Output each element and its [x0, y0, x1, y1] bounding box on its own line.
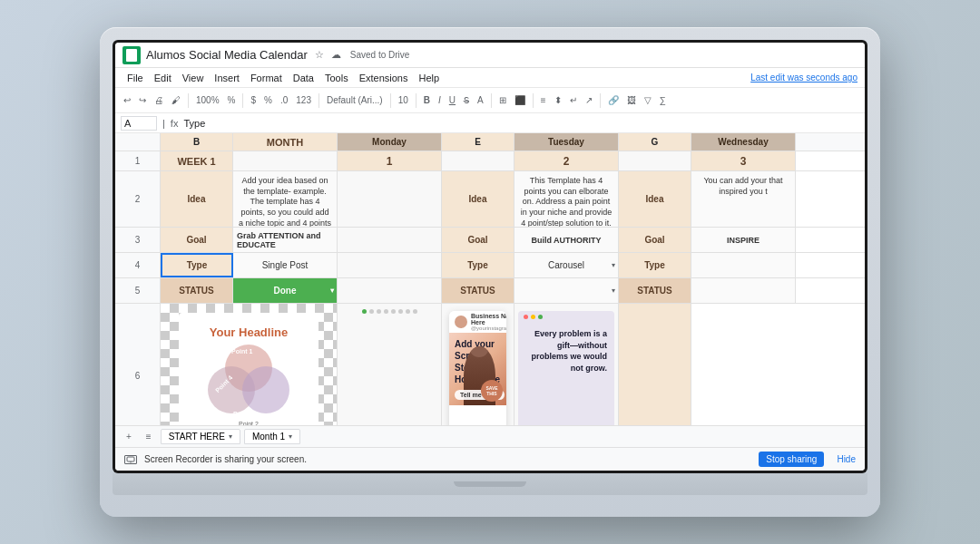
stop-sharing-button[interactable]: Stop sharing: [759, 452, 824, 467]
sep8: [600, 93, 601, 108]
paint-format-btn[interactable]: 🖌: [169, 93, 183, 107]
function-btn[interactable]: ∑: [657, 93, 669, 107]
tab-month-1[interactable]: Month 1 ▾: [244, 429, 300, 444]
week1-empty1: [233, 151, 338, 170]
col-headers-row: B MONTH Monday E Tuesday G Wednesday: [115, 133, 865, 151]
status-mon-cell: Done ▾: [233, 278, 338, 303]
max-dot: [538, 315, 543, 319]
menu-extensions[interactable]: Extensions: [355, 71, 413, 85]
type-mon-cell: Single Post: [233, 253, 338, 277]
day3-num: 3: [691, 151, 796, 170]
zoom-selector[interactable]: 100%: [193, 93, 222, 107]
menu-help[interactable]: Help: [414, 71, 444, 85]
carousel-image: Add your Scroll Stopping Hook Here Tell …: [449, 333, 506, 405]
borders-btn[interactable]: ⊞: [496, 93, 509, 107]
menu-format[interactable]: Format: [246, 71, 287, 85]
currency-btn[interactable]: $: [248, 93, 259, 107]
svg-rect-0: [127, 457, 134, 461]
laptop-notch: [454, 481, 526, 487]
dot2: [377, 309, 381, 314]
business-info: Business Name Here @yourinstagramhandle: [471, 313, 506, 331]
add-sheet-btn[interactable]: +: [121, 430, 137, 443]
hide-link[interactable]: Hide: [837, 454, 856, 464]
week1-row: 1 WEEK 1 1 2 3: [115, 151, 865, 171]
underline-btn[interactable]: U: [446, 93, 458, 107]
status-row: 5 STATUS Done ▾ STATUS ▾ STATUS: [115, 278, 865, 304]
saved-badge: Saved to Drive: [350, 50, 410, 60]
filter-btn[interactable]: ▽: [642, 93, 654, 107]
fx-icon: fx: [171, 118, 179, 129]
avatar-small: [455, 316, 467, 328]
carousel-header: Business Name Here @yourinstagramhandle: [449, 311, 506, 333]
col-b-header: B: [161, 133, 233, 151]
menu-file[interactable]: File: [122, 71, 148, 85]
strikethrough-btn[interactable]: S̶: [461, 93, 472, 107]
cell-reference[interactable]: A: [121, 116, 157, 131]
decimal-more-btn[interactable]: 123: [293, 93, 314, 107]
link-btn[interactable]: 🔗: [605, 93, 622, 107]
type-wed-cell: [691, 253, 796, 277]
percent-btn[interactable]: %: [261, 93, 275, 107]
preview-cell-3-outer: Every problem is a gift—without problems…: [514, 304, 619, 425]
menu-insert[interactable]: Insert: [210, 71, 244, 85]
dot3: [384, 309, 388, 314]
sep3: [318, 93, 319, 108]
font-size-selector[interactable]: 10: [396, 93, 411, 107]
redo-btn[interactable]: ↪: [136, 93, 149, 107]
font-color-btn[interactable]: A: [475, 93, 486, 107]
idea-empty1: [338, 171, 442, 227]
preview-cell-2-outer: Business Name Here @yourinstagramhandle …: [442, 304, 514, 425]
close-dot: [524, 315, 528, 319]
bold-btn[interactable]: B: [421, 93, 433, 107]
formula-bar: A | fx Type: [115, 113, 865, 133]
star-icon[interactable]: ☆: [313, 47, 326, 63]
grid-body: 1 WEEK 1 1 2 3 2 Idea Add yo: [115, 151, 865, 425]
rotate-btn[interactable]: ↗: [583, 93, 595, 107]
sep4: [390, 93, 391, 108]
status-wed-cell: [691, 278, 796, 303]
menu-tools[interactable]: Tools: [320, 71, 353, 85]
person-head: [469, 346, 489, 357]
idea-tue-cell: This Template has 4 points you can elbor…: [514, 171, 619, 227]
sheets-icon-inner: [126, 49, 137, 62]
valign-btn[interactable]: ⬍: [552, 93, 564, 107]
merge-btn[interactable]: ⬛: [512, 93, 528, 107]
decimal-less-btn[interactable]: .0: [278, 93, 290, 107]
menu-edit[interactable]: Edit: [150, 71, 176, 85]
goal-empty1: [338, 228, 442, 252]
image-btn[interactable]: 🖼: [624, 93, 639, 107]
type-tue-dropdown[interactable]: ▾: [612, 261, 615, 269]
menu-view[interactable]: View: [178, 71, 209, 85]
tab-month-1-label: Month 1: [252, 432, 285, 442]
sheet-list-btn[interactable]: ≡: [141, 430, 157, 443]
undo-btn[interactable]: ↩: [121, 93, 133, 107]
tab-bar: + ≡ START HERE ▾ Month 1 ▾: [115, 425, 865, 447]
align-btn[interactable]: ≡: [538, 93, 549, 107]
italic-btn[interactable]: I: [436, 93, 444, 107]
headline-text: Your Headline: [210, 325, 288, 339]
zoom-pct: %: [225, 93, 239, 107]
title-icons: ☆ ☁: [313, 47, 343, 63]
status-label-wed: STATUS: [619, 278, 691, 303]
print-btn[interactable]: 🖨: [152, 93, 166, 107]
font-selector[interactable]: Default (Ari...): [324, 93, 386, 107]
last-edit[interactable]: Last edit was seconds ago: [750, 73, 858, 83]
save-badge: SAVETHIS: [481, 380, 503, 402]
wrap-btn[interactable]: ↵: [567, 93, 580, 107]
corner-cell: [115, 133, 161, 151]
status-empty1: [338, 278, 442, 303]
point3-label: Point 3: [233, 411, 254, 417]
dot5: [398, 309, 403, 314]
status-tue-dropdown[interactable]: ▾: [612, 287, 615, 295]
tab-start-here[interactable]: START HERE ▾: [161, 429, 240, 444]
idea-wed-text: You can add your that inspired you t: [694, 174, 792, 199]
cloud-icon[interactable]: ☁: [329, 47, 343, 63]
dot4: [391, 309, 396, 314]
sep6: [491, 93, 492, 108]
sheets-icon: [122, 46, 141, 64]
status-mon-dropdown[interactable]: ▾: [330, 287, 334, 295]
idea-label-tue: Idea: [442, 171, 514, 227]
type-empty1: [338, 253, 442, 277]
menu-data[interactable]: Data: [289, 71, 318, 85]
status-label-cell: STATUS: [161, 278, 233, 303]
